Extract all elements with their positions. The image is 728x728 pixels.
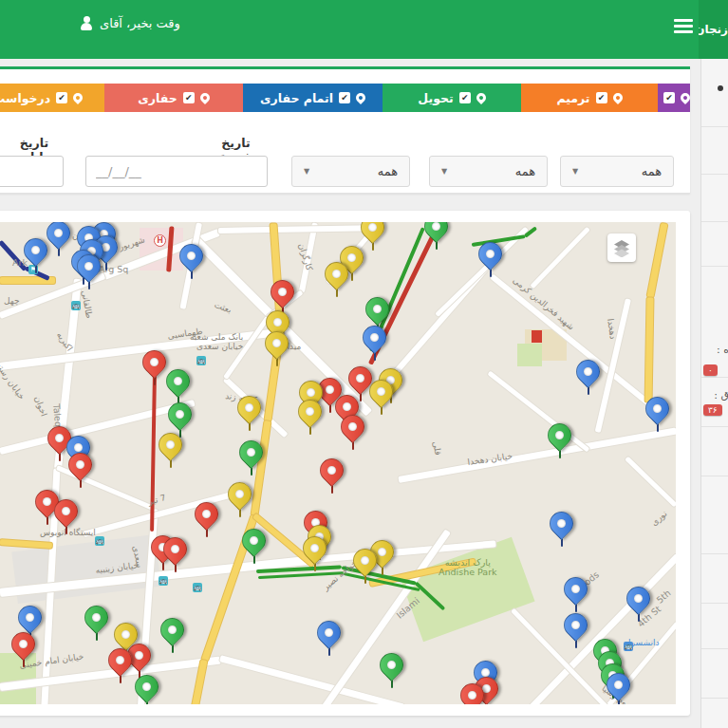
street-road <box>219 655 404 704</box>
tab-تحویل[interactable]: ✔تحویل <box>383 84 521 112</box>
map-marker-green[interactable] <box>242 529 267 567</box>
marker-head <box>298 532 331 565</box>
street-label: قلی <box>431 440 442 456</box>
map-canvas[interactable]: همایونArkArg Sqشهریورطالقانیسربازبعثتکار… <box>0 222 676 704</box>
map-marker-red[interactable] <box>142 350 167 388</box>
map-marker-yellow[interactable] <box>159 433 183 471</box>
tab-label: درخواست <box>0 91 50 105</box>
tab-checkbox[interactable]: ✔ <box>663 92 675 103</box>
map-marker-blue[interactable] <box>626 587 651 625</box>
filters-card: ✔درخواست✔حفاری✔اتمام حفاری✔تحویل✔ترمیم✔ … <box>0 66 690 194</box>
map-marker-yellow[interactable] <box>325 262 349 300</box>
tab-اتمام حفاری[interactable]: ✔اتمام حفاری <box>243 84 383 112</box>
filter-select-3[interactable]: همه ▼ <box>291 156 410 187</box>
layer-tabs: ✔درخواست✔حفاری✔اتمام حفاری✔تحویل✔ترمیم✔ <box>0 84 690 112</box>
user-icon <box>80 16 93 30</box>
bus-station-icon: 🚌 <box>95 536 104 546</box>
top-navbar: وقت بخیر، آقای زنجان <box>0 0 728 59</box>
map-marker-red[interactable] <box>195 502 219 540</box>
map-marker-blue[interactable] <box>77 254 102 292</box>
side-menu-panel: ه :٠ق :۳۶ <box>700 59 728 728</box>
marker-head <box>336 410 369 443</box>
chevron-down-icon: ▼ <box>572 167 578 176</box>
main-road <box>645 297 654 401</box>
map-marker-yellow[interactable] <box>228 482 252 520</box>
map-marker-green[interactable] <box>135 675 159 704</box>
map-marker-blue[interactable] <box>47 222 71 259</box>
menu-item-text[interactable]: ه : <box>701 344 728 356</box>
map-marker-blue[interactable] <box>317 621 342 659</box>
tab-checkbox[interactable]: ✔ <box>56 92 67 103</box>
menu-item-text[interactable]: ق : <box>701 389 728 401</box>
map-marker-blue[interactable] <box>564 613 588 651</box>
map-marker-yellow[interactable] <box>369 380 394 418</box>
map-marker-blue[interactable] <box>607 673 631 704</box>
map-pin-icon <box>610 91 624 104</box>
map-layers-button[interactable] <box>607 233 636 262</box>
map-pin-icon <box>475 91 488 104</box>
map-marker-green[interactable] <box>160 618 185 656</box>
map-marker-blue[interactable] <box>645 397 670 435</box>
menu-divider <box>701 553 728 554</box>
start-date-input[interactable] <box>85 156 268 187</box>
map-marker-yellow[interactable] <box>298 400 323 438</box>
map-marker-red[interactable] <box>320 458 345 496</box>
marker-head <box>474 237 507 271</box>
chevron-down-icon: ▼ <box>441 167 447 176</box>
tab-checkbox[interactable]: ✔ <box>459 92 471 103</box>
map-marker-blue[interactable] <box>24 238 48 276</box>
map-marker-red[interactable] <box>54 499 79 537</box>
marker-head <box>154 428 187 461</box>
tab-checkbox[interactable]: ✔ <box>596 92 607 103</box>
route-red <box>150 372 157 532</box>
street-label: طالقانی <box>80 289 94 319</box>
map-marker-red[interactable] <box>11 632 36 670</box>
street-label: اخوان <box>33 395 49 418</box>
marker-head <box>161 364 195 398</box>
menu-count-badge: ٠ <box>703 364 718 376</box>
map-marker-blue[interactable] <box>179 244 204 282</box>
map-marker-blue[interactable] <box>550 512 574 550</box>
marker-head <box>175 239 208 272</box>
map-marker-green[interactable] <box>84 606 109 644</box>
map-marker-green[interactable] <box>424 222 449 252</box>
tab-partial[interactable]: ✔ <box>658 84 690 112</box>
hamburger-menu-icon[interactable] <box>674 19 693 34</box>
map-marker-blue[interactable] <box>564 577 588 615</box>
marker-head <box>223 477 256 511</box>
map-marker-green[interactable] <box>548 423 572 461</box>
map-marker-red[interactable] <box>460 683 485 704</box>
map-marker-red[interactable] <box>108 648 133 686</box>
tab-label: ترمیم <box>556 91 589 105</box>
map-pin-icon <box>354 91 367 104</box>
filter-select-1[interactable]: همه ▼ <box>560 156 674 187</box>
tab-checkbox[interactable]: ✔ <box>339 92 350 103</box>
tab-حفاری[interactable]: ✔حفاری <box>104 84 243 112</box>
map-marker-blue[interactable] <box>576 360 601 398</box>
tab-درخواست[interactable]: ✔درخواست <box>0 84 104 112</box>
map-marker-yellow[interactable] <box>237 396 262 434</box>
tab-checkbox[interactable]: ✔ <box>183 92 195 103</box>
marker-head <box>315 454 348 487</box>
filter-select-2[interactable]: همه ▼ <box>429 156 548 187</box>
marker-head <box>641 392 674 425</box>
map-marker-blue[interactable] <box>363 326 387 364</box>
bus-station-icon: 🚌 <box>196 356 206 365</box>
map-marker-yellow[interactable] <box>303 536 327 574</box>
main-road <box>646 223 667 298</box>
map-marker-yellow[interactable] <box>353 549 378 587</box>
marker-head <box>103 644 137 677</box>
map-marker-blue[interactable] <box>478 242 503 280</box>
map-marker-red[interactable] <box>68 453 93 491</box>
map-marker-red[interactable] <box>341 415 365 453</box>
tab-ترمیم[interactable]: ✔ترمیم <box>521 84 658 112</box>
map-marker-green[interactable] <box>239 440 264 478</box>
map-marker-green[interactable] <box>380 653 404 691</box>
map-marker-yellow[interactable] <box>265 331 289 369</box>
marker-head <box>361 292 394 326</box>
marker-head <box>312 616 345 649</box>
marker-head <box>571 355 605 388</box>
street-label: دهخدا <box>606 318 618 340</box>
end-date-input[interactable] <box>0 156 64 187</box>
map-marker-red[interactable] <box>163 537 188 575</box>
